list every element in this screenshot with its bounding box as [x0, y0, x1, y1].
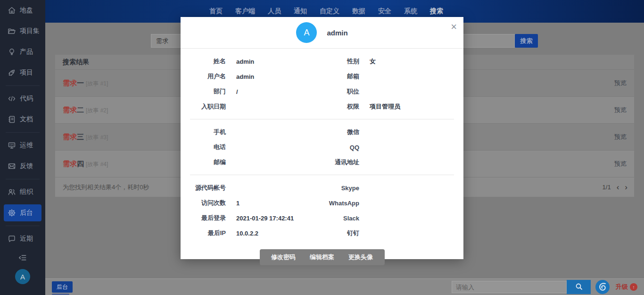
- taskbar-tab-admin[interactable]: 后台: [52, 281, 73, 293]
- sidebar: 地盘 项目集 产品 项目 代码 文档 OPS 运维 反馈 组织 后台 近期: [0, 0, 45, 295]
- sidebar-item-program[interactable]: 项目集: [0, 21, 45, 42]
- preview-link[interactable]: 预览: [614, 79, 627, 87]
- code-icon: [8, 94, 16, 103]
- sidebar-item-label: 反馈: [20, 162, 33, 170]
- result-meta: [故事 #1]: [86, 80, 108, 87]
- change-avatar-button[interactable]: 更换头像: [341, 249, 380, 265]
- profile-block-basic: 姓名admin性别女 用户名admin邮箱 部门/职位 入职日期权限项目管理员: [190, 49, 454, 119]
- nav-item-security[interactable]: 安全: [378, 7, 391, 16]
- sidebar-item-label: 文档: [20, 115, 33, 124]
- user-avatar[interactable]: A: [15, 269, 30, 284]
- modal-avatar[interactable]: A: [296, 22, 317, 43]
- nav-item-message[interactable]: 通知: [294, 7, 307, 16]
- change-password-button[interactable]: 修改密码: [264, 249, 303, 265]
- sidebar-item-label: 项目集: [20, 27, 40, 35]
- upgrade-link[interactable]: 升级 ↑: [616, 283, 637, 291]
- sidebar-item-label: 后台: [20, 209, 33, 217]
- modal-header: A admin ×: [181, 17, 463, 49]
- zentao-logo-icon[interactable]: [595, 280, 610, 294]
- magnifier-icon: [575, 282, 583, 292]
- taskbar: 后台 升级 ↑: [45, 278, 644, 295]
- sidebar-item-label: 产品: [20, 48, 33, 56]
- prev-page-icon[interactable]: ‹: [617, 183, 619, 191]
- result-link[interactable]: 需求三[故事 #3]: [63, 133, 108, 142]
- modal-title: admin: [327, 29, 347, 37]
- page-indicator: 1/1: [603, 184, 611, 191]
- pagination: 1/1 ‹ ›: [603, 183, 627, 191]
- sidebar-item-organization[interactable]: 组织: [0, 182, 45, 202]
- taskbar-search-button[interactable]: [567, 280, 591, 294]
- result-meta: [故事 #4]: [86, 161, 108, 168]
- sidebar-item-repo[interactable]: 代码: [0, 88, 45, 109]
- envelope-icon: [8, 162, 16, 170]
- sidebar-item-label: 近期: [20, 235, 33, 243]
- nav-item-search[interactable]: 搜索: [430, 7, 443, 16]
- sidebar-item-label: 项目: [20, 68, 33, 77]
- results-summary: 为您找到相关结果4个，耗时0秒: [63, 183, 149, 192]
- gear-icon: [8, 209, 16, 217]
- sidebar-item-doc[interactable]: 文档: [0, 109, 45, 130]
- search-submit-button[interactable]: 搜索: [515, 34, 538, 48]
- svg-text:OPS: OPS: [9, 144, 14, 146]
- sidebar-item-label: 地盘: [20, 6, 33, 15]
- result-link[interactable]: 需求一[故事 #1]: [63, 79, 108, 88]
- nav-item-home[interactable]: 首页: [209, 7, 223, 16]
- profile-block-contact: 手机微信 电话QQ 邮编通讯地址: [190, 119, 454, 175]
- sidebar-item-ops[interactable]: OPS 运维: [0, 135, 45, 156]
- nav-item-client[interactable]: 客户端: [235, 7, 255, 16]
- nav-item-staff[interactable]: 人员: [268, 7, 281, 16]
- home-icon: [8, 6, 16, 15]
- nav-item-data[interactable]: 数据: [352, 7, 365, 16]
- sidebar-item-label: 运维: [20, 141, 33, 150]
- sidebar-item-admin[interactable]: 后台: [4, 204, 41, 221]
- sidebar-divider: [6, 85, 40, 86]
- rocket-icon: [8, 68, 16, 77]
- taskbar-search-input[interactable]: [452, 281, 567, 293]
- chat-bubble-icon: [8, 235, 16, 243]
- sidebar-item-label: 组织: [20, 188, 33, 196]
- preview-link[interactable]: 预览: [614, 106, 627, 114]
- sidebar-item-feedback[interactable]: 反馈: [0, 156, 45, 177]
- people-icon: [8, 188, 16, 196]
- sidebar-item-product[interactable]: 产品: [0, 42, 45, 62]
- collapse-sidebar-icon[interactable]: [0, 249, 45, 266]
- sidebar-item-label: 代码: [20, 94, 33, 103]
- sidebar-item-recent[interactable]: 近期: [0, 228, 45, 249]
- preview-link[interactable]: 预览: [614, 133, 627, 141]
- sidebar-divider: [6, 132, 40, 133]
- result-link[interactable]: 需求二[故事 #2]: [63, 106, 108, 115]
- edit-profile-button[interactable]: 编辑档案: [303, 249, 341, 265]
- nav-item-custom[interactable]: 自定义: [320, 7, 339, 16]
- sidebar-item-dashboard[interactable]: 地盘: [0, 0, 45, 21]
- sidebar-divider: [6, 226, 40, 226]
- user-profile-modal: A admin × 姓名admin性别女 用户名admin邮箱 部门/职位 入职…: [181, 17, 463, 259]
- ops-monitor-icon: OPS: [8, 141, 16, 150]
- folder-icon: [8, 27, 16, 35]
- bulb-icon: [8, 48, 16, 56]
- notebook-icon: [8, 115, 16, 124]
- upgrade-badge-icon: ↑: [630, 283, 637, 291]
- sidebar-item-project[interactable]: 项目: [0, 62, 45, 83]
- next-page-icon[interactable]: ›: [625, 183, 627, 191]
- profile-block-accounts: 源代码帐号Skype 访问次数1WhatsApp 最后登录2021-01-29 …: [190, 175, 454, 245]
- modal-button-group: 修改密码 编辑档案 更换头像: [260, 249, 385, 265]
- close-icon[interactable]: ×: [451, 22, 457, 32]
- preview-link[interactable]: 预览: [614, 160, 627, 168]
- result-meta: [故事 #3]: [86, 134, 108, 141]
- result-meta: [故事 #2]: [86, 107, 108, 114]
- sidebar-divider: [6, 179, 40, 179]
- result-link[interactable]: 需求四[故事 #4]: [63, 160, 108, 169]
- nav-item-system[interactable]: 系统: [404, 7, 417, 16]
